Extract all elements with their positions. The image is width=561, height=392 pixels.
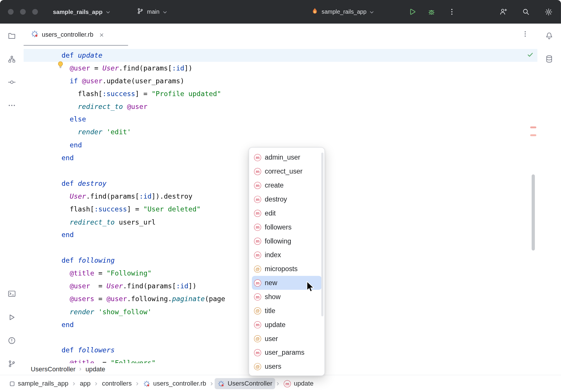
minimize-window-button[interactable] — [20, 9, 26, 15]
attribute-icon: @ — [254, 265, 261, 273]
navbar-item-label: sample_rails_app — [18, 380, 68, 387]
editor-tab-bar: users_controller.rb × — [24, 24, 537, 46]
error-stripe-mark[interactable] — [530, 126, 536, 128]
navbar-item-label: UsersController — [228, 380, 272, 387]
method-icon: m — [254, 223, 261, 231]
git-branch-icon — [137, 8, 144, 16]
code-line[interactable]: else — [24, 113, 537, 126]
left-tool-stripe — [0, 24, 24, 375]
code-line[interactable]: def update — [24, 49, 537, 62]
code-line[interactable]: redirect_to @user — [24, 100, 537, 113]
breadcrumb-method[interactable]: update — [85, 365, 105, 373]
popup-item-create[interactable]: mcreate — [252, 178, 322, 192]
vcs-branch-widget[interactable]: main — [137, 0, 167, 24]
terminal-tool-icon[interactable] — [7, 289, 17, 299]
popup-item-label: microposts — [265, 265, 298, 273]
debug-button[interactable] — [427, 8, 436, 16]
intention-bulb-icon[interactable] — [57, 61, 64, 70]
attribute-icon: @ — [254, 335, 261, 342]
titlebar: sample_rails_app main sample_rails_app — [0, 0, 561, 24]
chevron-right-icon — [135, 381, 140, 386]
navbar-item-sample_rails_app[interactable]: sample_rails_app — [6, 378, 71, 389]
navbar-item-controllers[interactable]: controllers — [99, 378, 135, 389]
navbar-item-app[interactable]: app — [77, 378, 93, 389]
popup-item-user[interactable]: @user — [252, 332, 322, 346]
popup-item-correct_user[interactable]: mcorrect_user — [252, 164, 322, 178]
version-control-tool-icon[interactable] — [7, 359, 17, 368]
chevron-right-icon — [72, 381, 77, 386]
commit-tool-icon[interactable] — [7, 77, 17, 87]
method-icon: m — [254, 196, 261, 203]
window-controls — [8, 9, 38, 15]
navigation-bar: sample_rails_appappcontrollersusers_cont… — [0, 375, 561, 392]
run-tool-icon[interactable] — [7, 313, 17, 322]
run-config-name: sample_rails_app — [322, 8, 367, 15]
navbar-item-label: users_controller.rb — [153, 380, 206, 387]
popup-item-admin_user[interactable]: madmin_user — [252, 151, 322, 165]
rubymine-window: sample_rails_app main sample_rails_app — [0, 0, 561, 392]
popup-item-label: following — [265, 237, 291, 245]
popup-item-label: show — [265, 293, 280, 301]
right-tool-stripe — [537, 24, 561, 375]
notifications-bell-icon[interactable] — [544, 31, 554, 40]
popup-item-label: users — [265, 363, 281, 370]
editor-options-icon[interactable] — [522, 30, 529, 39]
method-icon: m — [254, 251, 261, 259]
ruby-file-icon — [143, 380, 150, 387]
popup-item-label: new — [265, 279, 277, 287]
code-line[interactable]: render 'edit' — [24, 126, 537, 139]
run-button[interactable] — [408, 8, 416, 16]
popup-item-followers[interactable]: mfollowers — [252, 220, 322, 234]
ruby-file-icon — [31, 30, 39, 39]
project-name: sample_rails_app — [53, 8, 103, 15]
close-window-button[interactable] — [8, 9, 14, 15]
popup-item-label: edit — [265, 209, 276, 217]
problems-tool-icon[interactable] — [7, 336, 17, 345]
popup-item-edit[interactable]: medit — [252, 206, 322, 220]
popup-item-users[interactable]: @users — [252, 359, 322, 373]
popup-item-label: admin_user — [265, 153, 300, 161]
project-tool-icon[interactable] — [7, 31, 17, 40]
code-line[interactable]: flash[:success] = "Profile updated" — [24, 87, 537, 100]
popup-item-index[interactable]: mindex — [252, 248, 322, 262]
popup-item-label: create — [265, 181, 284, 189]
code-line[interactable]: @user = User.find(params[:id]) — [24, 62, 537, 75]
zoom-window-button[interactable] — [32, 9, 38, 15]
tab-users-controller[interactable]: users_controller.rb × — [29, 24, 106, 46]
method-icon: m — [254, 349, 261, 356]
close-tab-icon[interactable]: × — [99, 31, 104, 38]
structure-tool-icon[interactable] — [7, 55, 17, 64]
more-actions-button[interactable] — [448, 8, 456, 16]
run-configuration-widget[interactable]: sample_rails_app — [311, 0, 374, 24]
more-tool-windows-icon[interactable] — [7, 101, 17, 110]
popup-item-label: destroy — [265, 195, 287, 203]
chevron-right-icon — [94, 381, 99, 386]
navbar-item-UsersController[interactable]: UsersController — [215, 378, 275, 389]
navbar-item-update[interactable]: mupdate — [281, 378, 317, 389]
error-stripe-mark[interactable] — [530, 134, 536, 136]
settings-gear-icon[interactable] — [544, 8, 553, 16]
editor-scrollbar[interactable] — [532, 174, 535, 250]
popup-item-title[interactable]: @title — [252, 304, 322, 318]
popup-item-update[interactable]: mupdate — [252, 318, 322, 332]
code-line[interactable]: if @user.update(user_params) — [24, 75, 537, 87]
method-icon: m — [254, 321, 261, 328]
breadcrumb-class[interactable]: UsersController — [31, 365, 76, 373]
project-widget[interactable]: sample_rails_app — [53, 0, 110, 24]
inspections-passed-icon[interactable] — [527, 51, 534, 59]
method-icon: m — [254, 154, 261, 161]
method-icon: m — [254, 168, 261, 175]
popup-item-microposts[interactable]: @microposts — [252, 262, 322, 276]
chevron-right-icon — [209, 381, 214, 386]
search-everywhere-button[interactable] — [522, 8, 530, 16]
database-tool-icon[interactable] — [544, 54, 554, 64]
popup-item-following[interactable]: mfollowing — [252, 234, 322, 248]
navbar-item-users_controller.rb[interactable]: users_controller.rb — [140, 378, 209, 389]
popup-item-destroy[interactable]: mdestroy — [252, 192, 322, 206]
popup-scrollbar[interactable] — [321, 153, 323, 316]
ruby-class-icon — [218, 380, 225, 387]
code-with-me-button[interactable] — [499, 8, 508, 16]
popup-item-user_params[interactable]: muser_params — [252, 346, 322, 360]
attribute-icon: @ — [254, 363, 261, 370]
chevron-right-icon — [276, 381, 280, 386]
